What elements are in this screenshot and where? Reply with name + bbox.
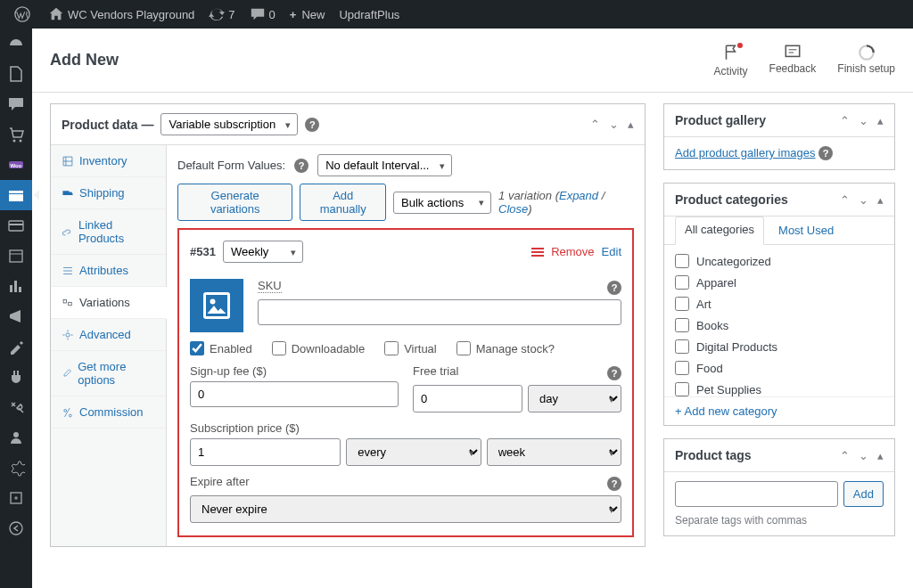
close-link[interactable]: Close — [498, 202, 528, 216]
panel-toggle-icon[interactable]: ▴ — [628, 118, 634, 131]
subscription-interval-select[interactable]: every — [346, 438, 481, 466]
help-icon[interactable]: ? — [818, 146, 833, 160]
subscription-price-input[interactable] — [190, 438, 341, 466]
category-item[interactable]: Books — [675, 318, 884, 332]
tab-get-more[interactable]: Get more options — [51, 351, 166, 396]
tab-variations[interactable]: Variations — [51, 287, 167, 319]
help-icon[interactable]: ? — [294, 159, 308, 173]
variation-image-placeholder[interactable] — [190, 279, 243, 332]
menu-calendar[interactable] — [0, 241, 32, 271]
menu-products[interactable] — [0, 180, 32, 210]
new-content[interactable]: +New — [283, 0, 333, 29]
add-gallery-images-link[interactable]: Add product gallery images — [675, 146, 816, 159]
free-trial-input[interactable] — [413, 385, 522, 412]
svg-rect-5 — [9, 221, 23, 231]
menu-marketing[interactable] — [0, 301, 32, 331]
feedback-button[interactable]: Feedback — [769, 43, 817, 78]
tab-most-used[interactable]: Most Used — [777, 216, 835, 244]
category-item[interactable]: Art — [675, 297, 884, 311]
free-trial-label: Free trial — [413, 364, 458, 378]
finish-setup-button[interactable]: Finish setup — [837, 43, 895, 78]
menu-tools[interactable] — [0, 392, 32, 422]
panel-toggle-icon[interactable]: ▴ — [877, 449, 884, 462]
updraft-link[interactable]: UpdraftPlus — [332, 0, 407, 29]
panel-toggle-icon[interactable]: ▴ — [877, 193, 884, 207]
product-categories-panel: Product categories⌃⌄▴ All categories Mos… — [663, 183, 895, 426]
product-type-select[interactable]: Variable subscription — [160, 113, 298, 135]
variation-header[interactable]: #531 Weekly Remove Edit — [186, 237, 625, 266]
edit-variation-link[interactable]: Edit — [602, 245, 621, 258]
tab-all-categories[interactable]: All categories — [675, 216, 764, 245]
menu-analytics[interactable] — [0, 271, 32, 301]
activity-button[interactable]: Activity — [714, 43, 748, 78]
tab-inventory[interactable]: Inventory — [51, 145, 166, 177]
add-tag-button[interactable]: Add — [843, 481, 884, 507]
panel-down-icon[interactable]: ⌄ — [859, 449, 868, 462]
tab-linked-products[interactable]: Linked Products — [51, 209, 166, 255]
menu-export[interactable] — [0, 483, 32, 513]
panel-up-icon[interactable]: ⌃ — [840, 114, 850, 127]
add-new-category-link[interactable]: + Add new category — [675, 404, 777, 418]
panel-down-icon[interactable]: ⌄ — [859, 193, 868, 207]
free-trial-unit-select[interactable]: day — [528, 385, 621, 412]
downloadable-checkbox[interactable]: Downloadable — [272, 341, 365, 355]
tab-attributes[interactable]: Attributes — [51, 255, 166, 287]
variation-attr-select[interactable]: Weekly — [223, 241, 303, 263]
menu-users[interactable] — [0, 422, 32, 453]
panel-up-icon[interactable]: ⌃ — [840, 193, 850, 207]
tag-input[interactable] — [675, 481, 838, 507]
add-manually-button[interactable]: Add manually — [300, 184, 386, 221]
menu-plugins[interactable] — [0, 362, 32, 392]
comments-link[interactable]: 0 — [243, 0, 283, 29]
updates-link[interactable]: 7 — [202, 0, 242, 29]
panel-up-icon[interactable]: ⌃ — [840, 449, 850, 462]
tab-commission[interactable]: Commission — [51, 396, 166, 429]
manage-stock-checkbox[interactable]: Manage stock? — [456, 341, 555, 355]
sku-label: SKU — [258, 279, 282, 292]
expand-link[interactable]: Expand — [559, 189, 598, 202]
menu-pages[interactable] — [0, 59, 32, 89]
help-icon[interactable]: ? — [305, 118, 319, 132]
menu-collapse[interactable] — [0, 513, 32, 543]
panel-down-icon[interactable]: ⌄ — [609, 118, 619, 131]
generate-variations-button[interactable]: Generate variations — [177, 184, 292, 221]
wp-logo[interactable] — [7, 0, 41, 29]
help-icon[interactable]: ? — [607, 477, 621, 491]
menu-payments[interactable] — [0, 210, 32, 241]
menu-woo[interactable]: Woo — [0, 150, 32, 180]
menu-dashboard[interactable] — [0, 29, 32, 59]
variation-id: #531 — [190, 245, 216, 258]
default-form-select[interactable]: No default Interval... — [317, 154, 452, 176]
enabled-checkbox[interactable]: Enabled — [190, 341, 252, 355]
category-item[interactable]: Apparel — [675, 275, 884, 290]
signup-fee-input[interactable] — [190, 381, 399, 407]
plus-icon: + — [290, 8, 297, 21]
svg-rect-13 — [63, 299, 67, 303]
tab-shipping[interactable]: Shipping — [51, 177, 166, 209]
drag-handle-icon[interactable] — [531, 248, 544, 257]
wp-admin-bar: WC Vendors Playground 7 0 +New UpdraftPl… — [0, 0, 913, 29]
category-item[interactable]: Digital Products — [675, 339, 884, 354]
menu-settings[interactable] — [0, 453, 32, 483]
remove-variation-link[interactable]: Remove — [551, 245, 594, 258]
virtual-checkbox[interactable]: Virtual — [384, 341, 437, 355]
menu-appearance[interactable] — [0, 331, 32, 362]
category-item[interactable]: Uncategorized — [675, 254, 884, 268]
sku-input[interactable] — [258, 299, 621, 325]
svg-point-10 — [10, 522, 22, 535]
panel-toggle-icon[interactable]: ▴ — [877, 114, 884, 127]
tab-advanced[interactable]: Advanced — [51, 319, 166, 351]
category-item[interactable]: Food — [675, 361, 884, 375]
site-link[interactable]: WC Vendors Playground — [41, 0, 202, 29]
product-tags-title: Product tags — [675, 448, 752, 462]
help-icon[interactable]: ? — [607, 281, 621, 295]
panel-up-icon[interactable]: ⌃ — [590, 118, 600, 131]
menu-cart[interactable] — [0, 119, 32, 150]
bulk-actions-select[interactable]: Bulk actions — [393, 192, 491, 214]
category-item[interactable]: Pet Supplies — [675, 382, 884, 396]
subscription-period-select[interactable]: week — [487, 438, 621, 466]
help-icon[interactable]: ? — [607, 366, 621, 380]
expire-after-select[interactable]: Never expire — [190, 495, 621, 523]
menu-comments[interactable] — [0, 89, 32, 119]
panel-down-icon[interactable]: ⌄ — [859, 114, 868, 127]
